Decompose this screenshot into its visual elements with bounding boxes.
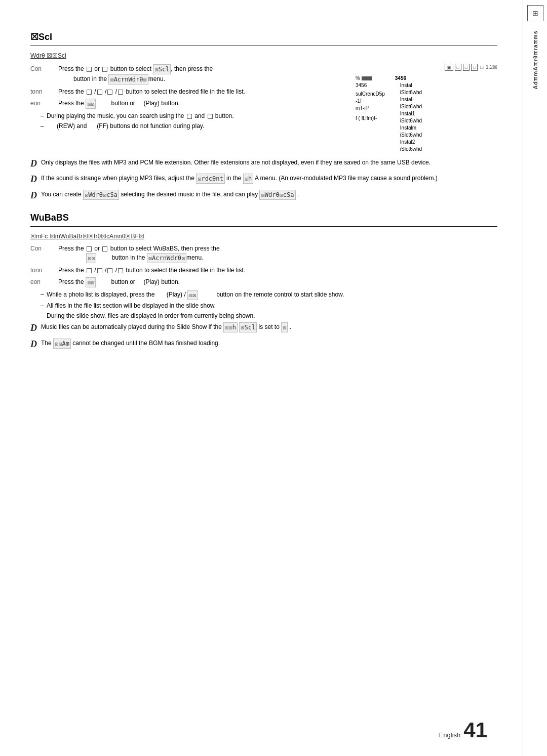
- instruction-row-s2-2: tonn Press the / / / button to select th…: [30, 266, 497, 275]
- ind-version: 1.2☒: [486, 64, 497, 70]
- btn-char-s2: ☒☒: [86, 253, 96, 263]
- sidebar-icon: ⊞: [527, 5, 543, 21]
- instructions-col: Con Press the or button to select ☒Scl, …: [30, 64, 345, 153]
- folder-mtip: mT-iP: [356, 105, 385, 112]
- btn-sq-d: [118, 90, 123, 95]
- section1-divider: [30, 46, 497, 46]
- broken-s2-1: ☒☒: [187, 290, 198, 300]
- button-square-2: [102, 67, 107, 72]
- section1-subsection-title: Wdrθ ☒☒Scl: [30, 52, 497, 59]
- folder-islot1: iSlot6whd: [400, 89, 422, 96]
- folder-islot5: iSlot6whd: [400, 146, 422, 153]
- folder-sulcrenc: sulCrencD5p: [356, 91, 385, 98]
- bullet-s2-3: During the slide show, files are display…: [41, 311, 497, 320]
- bullet-item-1: During playing the music, you can search…: [41, 111, 345, 120]
- right-diagram: % 3456 sulCrencD5p -1f mT-iP f ( fl,lfm)…: [356, 75, 497, 153]
- left-folder-col: % 3456 sulCrencD5p -1f mT-iP f ( fl,lfm)…: [356, 75, 385, 153]
- right-sidebar: ⊞ AdπmAπrθπraπms: [523, 0, 547, 756]
- instruction-row-s2-3: eon Press the ☒☒ button or (Play) button…: [30, 277, 497, 287]
- scl-char: ☒Scl: [153, 64, 171, 74]
- note-row-s2-2: D The ☒☒Am cannot be changed until the B…: [30, 339, 497, 350]
- note-row-2: D If the sound is strange when playing M…: [30, 174, 497, 185]
- ind-box-3: □: [463, 64, 470, 71]
- folder-1f: -1f: [356, 98, 385, 105]
- instruction-row-2: tonn Press the / / / button to select th…: [30, 87, 345, 96]
- menu-char: ☒AcrnWdrθ☒: [108, 74, 148, 85]
- content-eon-s2: Press the ☒☒ button or (Play) button.: [58, 277, 497, 287]
- label-eon-1: eon: [30, 99, 58, 109]
- content-tonn-1: Press the / / / button to select the des…: [58, 87, 345, 96]
- broken-2a: ☒rdcθnt: [196, 174, 225, 184]
- label-con-1: Con: [30, 64, 58, 85]
- sidebar-vertical-label: AdπmAπrθπraπms: [532, 30, 538, 90]
- btn-sq-s2-2: [102, 246, 107, 251]
- folder-percent: %: [356, 75, 385, 82]
- btn-sq-s2-4: [97, 268, 102, 273]
- broken-s2-3: ☒Scl: [239, 322, 257, 332]
- section2-subsection-title: ☒mFc ☒mWuBaBr☒☒frθ☒cAmnθ☒BF☒: [30, 233, 497, 240]
- btn-sq-f: [208, 114, 213, 119]
- folder-islot4: iSlot6whd: [400, 132, 422, 139]
- content-tonn-s2: Press the / / / button to select the des…: [58, 266, 497, 275]
- ind-box-4: □: [471, 64, 478, 71]
- section2-divider: [30, 226, 497, 227]
- label-eon-s2: eon: [30, 277, 58, 287]
- label-tonn-s2: tonn: [30, 266, 58, 275]
- section2: WuBaBS ☒mFc ☒mWuBaBr☒☒frθ☒cAmnθ☒BF☒ Con …: [30, 213, 497, 350]
- btn-sq-c: [107, 90, 112, 95]
- ind-box-5: □: [480, 64, 483, 70]
- note-text-3: You can create ☒Wdrθ☒cSa selecting the d…: [41, 190, 497, 200]
- ind-box-1: ▣: [445, 64, 453, 71]
- broken-2b: ☒h: [243, 174, 253, 184]
- broken-s2-2: ☒☒h: [223, 322, 238, 332]
- note-text-2: If the sound is strange when playing MP3…: [41, 174, 497, 184]
- note-text-s2-1: Music files can be automatically played …: [41, 322, 497, 332]
- section1-title: ☒Scl: [30, 31, 497, 43]
- d-bullet-s2-2: D: [30, 339, 37, 350]
- folder-instal-: Instal-: [400, 96, 422, 103]
- sidebar-icon-symbol: ⊞: [532, 9, 538, 17]
- broken-s2-4: ☒: [281, 322, 288, 332]
- label-con-s2: Con: [30, 244, 58, 263]
- diagram-section: Con Press the or button to select ☒Scl, …: [30, 64, 497, 153]
- instruction-row-3: eon Press the ☒☒ button or (Play) button…: [30, 99, 345, 109]
- ind-box-2: □: [455, 64, 461, 71]
- note-text-s2-2: The ☒☒Am cannot be changed until the BGM…: [41, 339, 497, 349]
- btn-sq-b: [97, 90, 102, 95]
- folder-instal1b: Instal1: [400, 110, 422, 117]
- d-bullet-3: D: [30, 190, 37, 201]
- footer-page-number: 41: [463, 720, 487, 741]
- btn-sq-s2-5: [107, 268, 112, 273]
- bullet-item-2: (REW) and (FF) buttons do not function d…: [41, 121, 345, 131]
- note-row-s2-1: D Music files can be automatically playe…: [30, 322, 497, 334]
- btn-sq-s2-1: [87, 246, 92, 251]
- content-eon-1: Press the ☒☒ button or (Play) button.: [58, 99, 345, 109]
- folder-instalm: Instalm: [400, 124, 422, 132]
- folder-bottom: f ( fl,lfm)f-: [356, 115, 385, 122]
- bullet-list-s2: While a photo list is displayed, press t…: [41, 290, 497, 320]
- note-row-1: D Only displays the files with MP3 and P…: [30, 158, 497, 170]
- section1: ☒Scl Wdrθ ☒☒Scl Con Press the or button …: [30, 31, 497, 201]
- btn-sq-s2-3: [87, 268, 92, 273]
- main-content: ☒Scl Wdrθ ☒☒Scl Con Press the or button …: [0, 0, 523, 756]
- btn-sq-s2-6: [118, 268, 123, 273]
- button-square-1: [87, 67, 92, 72]
- status-indicators: ▣ □ □ □ □ 1.2☒: [356, 64, 497, 70]
- note-text-1: Only displays the files with MP3 and PCM…: [41, 158, 497, 167]
- right-folder-col: 3456 Instal iSlot6whd Instal- iSlot6whd …: [395, 75, 422, 153]
- bullet-s2-2: All files in the file list section will …: [41, 301, 497, 310]
- bullet-s2-1: While a photo list is displayed, press t…: [41, 290, 497, 300]
- broken-3a: ☒Wdrθ☒cSa: [83, 190, 119, 200]
- instruction-row-s2-1: Con Press the or button to select WuBaBS…: [30, 244, 497, 263]
- content-con-1: Press the or button to select ☒Scl, then…: [58, 64, 345, 85]
- btn-char-1: ☒☒: [86, 99, 96, 109]
- folder-3456: 3456: [356, 82, 385, 89]
- section2-title: WuBaBS: [30, 213, 497, 223]
- btn-sq-e: [187, 114, 192, 119]
- page-container: ☒Scl Wdrθ ☒☒Scl Con Press the or button …: [0, 0, 547, 756]
- d-bullet-s2-1: D: [30, 322, 37, 334]
- diagram-right: ▣ □ □ □ □ 1.2☒ % 3456 sulCrencD5p: [356, 64, 497, 153]
- d-bullet-1: D: [30, 158, 37, 170]
- instruction-row-1: Con Press the or button to select ☒Scl, …: [30, 64, 345, 85]
- folder-num-3456: 3456: [395, 75, 422, 82]
